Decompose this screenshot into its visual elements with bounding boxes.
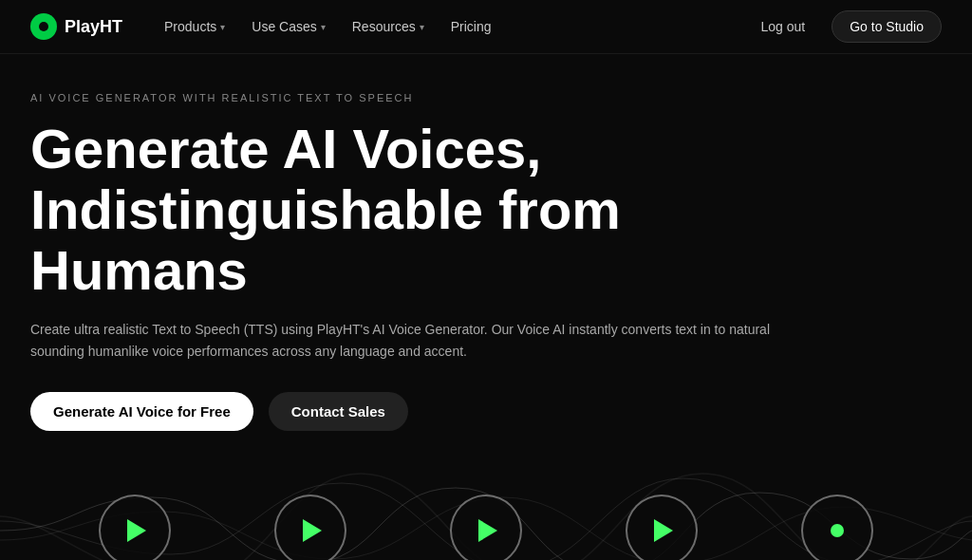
active-indicator [831, 524, 844, 537]
nav-label-pricing: Pricing [451, 19, 492, 34]
play-icon [127, 519, 146, 542]
brand-name: PlayHT [65, 17, 122, 37]
nav-item-products[interactable]: Products ▾ [153, 13, 236, 40]
hero-title: Generate AI Voices, Indistinguishable fr… [30, 119, 847, 300]
nav-label-resources: Resources [352, 19, 416, 34]
chevron-down-icon: ▾ [321, 22, 326, 32]
nav-item-use-cases[interactable]: Use Cases ▾ [240, 13, 336, 40]
play-icon [654, 519, 673, 542]
logout-button[interactable]: Log out [749, 13, 816, 40]
hero-description: Create ultra realistic Text to Speech (T… [30, 319, 809, 362]
navbar-left: PlayHT Products ▾ Use Cases ▾ Resources … [30, 13, 502, 40]
logo-icon [30, 13, 57, 40]
hero-title-line1: Generate AI Voices, [30, 118, 541, 179]
hero-tag: AI VOICE GENERATOR WITH REALISTIC TEXT T… [30, 92, 942, 103]
player-2[interactable] [274, 495, 346, 560]
player-section [0, 469, 972, 560]
player-3[interactable] [450, 495, 522, 560]
nav-item-pricing[interactable]: Pricing [439, 13, 503, 40]
hero-title-line2: Indistinguishable from Humans [30, 178, 621, 301]
navbar: PlayHT Products ▾ Use Cases ▾ Resources … [0, 0, 972, 54]
chevron-down-icon: ▾ [220, 22, 225, 32]
player-5[interactable] [801, 495, 873, 560]
play-icon [478, 519, 497, 542]
players-row [0, 495, 972, 560]
play-icon [303, 519, 322, 542]
chevron-down-icon: ▾ [420, 22, 424, 32]
nav-label-products: Products [164, 19, 216, 34]
nav-item-resources[interactable]: Resources ▾ [341, 13, 436, 40]
hero-section: AI VOICE GENERATOR WITH REALISTIC TEXT T… [0, 54, 972, 431]
nav-links: Products ▾ Use Cases ▾ Resources ▾ Prici… [153, 13, 502, 40]
go-to-studio-button[interactable]: Go to Studio [832, 10, 942, 43]
player-1[interactable] [99, 495, 171, 560]
generate-voice-button[interactable]: Generate AI Voice for Free [30, 392, 253, 431]
logo[interactable]: PlayHT [30, 13, 122, 40]
nav-label-use-cases: Use Cases [252, 19, 316, 34]
navbar-right: Log out Go to Studio [749, 10, 942, 43]
hero-buttons: Generate AI Voice for Free Contact Sales [30, 392, 942, 431]
player-4[interactable] [626, 495, 698, 560]
contact-sales-button[interactable]: Contact Sales [269, 392, 408, 431]
logo-icon-inner [39, 22, 48, 31]
